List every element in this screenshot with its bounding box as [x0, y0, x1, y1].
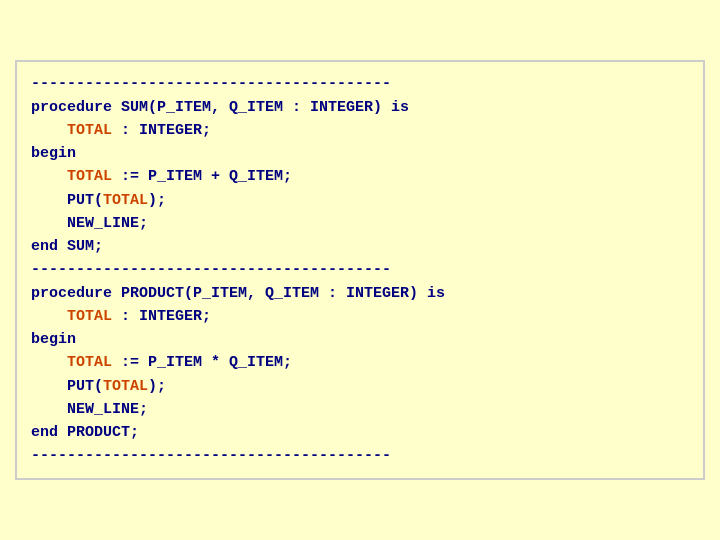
proc-product-line: procedure PRODUCT(P_ITEM, Q_ITEM : INTEG…: [31, 282, 689, 305]
put-sum-suffix: );: [148, 192, 166, 209]
total-type-1: : INTEGER;: [112, 122, 211, 139]
put-product: PUT(TOTAL);: [31, 375, 689, 398]
code-block: ----------------------------------------…: [15, 60, 705, 479]
put-sum-prefix: PUT(: [67, 192, 103, 209]
kw-procedure: procedure: [31, 99, 121, 116]
assign-product: TOTAL := P_ITEM * Q_ITEM;: [31, 351, 689, 374]
put-product-suffix: );: [148, 378, 166, 395]
var-total-5: TOTAL: [67, 354, 112, 371]
begin-product: begin: [31, 328, 689, 351]
var-total-2: TOTAL: [67, 168, 112, 185]
proc-sum-name: SUM(P_ITEM, Q_ITEM : INTEGER) is: [121, 99, 409, 116]
newline-sum: NEW_LINE;: [31, 212, 689, 235]
var-total-3: TOTAL: [103, 192, 148, 209]
end-product: end PRODUCT;: [31, 421, 689, 444]
divider-3: ----------------------------------------: [31, 444, 689, 467]
proc-sum-line: procedure SUM(P_ITEM, Q_ITEM : INTEGER) …: [31, 96, 689, 119]
divider-1: ----------------------------------------: [31, 72, 689, 95]
newline-product: NEW_LINE;: [31, 398, 689, 421]
divider-2: ----------------------------------------: [31, 258, 689, 281]
assign-sum: TOTAL := P_ITEM + Q_ITEM;: [31, 165, 689, 188]
put-sum: PUT(TOTAL);: [31, 189, 689, 212]
var-total-6: TOTAL: [103, 378, 148, 395]
assign-sum-text: := P_ITEM + Q_ITEM;: [112, 168, 292, 185]
assign-product-text: := P_ITEM * Q_ITEM;: [112, 354, 292, 371]
proc-product-name: PRODUCT(P_ITEM, Q_ITEM : INTEGER) is: [121, 285, 445, 302]
total-type-2: : INTEGER;: [112, 308, 211, 325]
put-product-prefix: PUT(: [67, 378, 103, 395]
total-decl-sum: TOTAL : INTEGER;: [31, 119, 689, 142]
var-total-4: TOTAL: [67, 308, 112, 325]
var-total-1: TOTAL: [67, 122, 112, 139]
begin-sum: begin: [31, 142, 689, 165]
total-decl-product: TOTAL : INTEGER;: [31, 305, 689, 328]
kw-procedure-2: procedure: [31, 285, 121, 302]
end-sum: end SUM;: [31, 235, 689, 258]
